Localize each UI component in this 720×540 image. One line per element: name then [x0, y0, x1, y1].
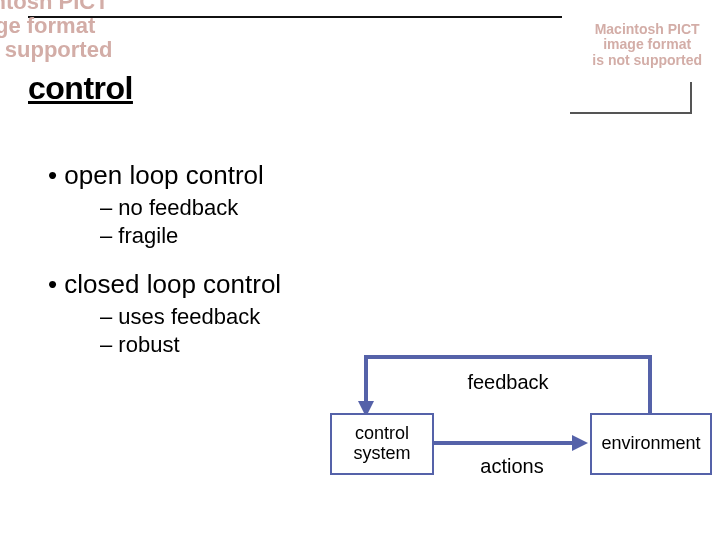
pict-warning-top-left: Macintosh PICT image format is not suppo…: [0, 0, 112, 63]
bullet-open-sub-2: fragile: [100, 223, 428, 249]
feedback-diagram: feedback control system environment acti…: [330, 365, 710, 525]
bullet-open-loop: open loop control: [48, 160, 428, 191]
actions-label: actions: [442, 455, 582, 478]
slide-title: control: [28, 70, 133, 107]
slide: Macintosh PICT image format is not suppo…: [0, 0, 720, 540]
environment-box: environment: [590, 413, 712, 475]
bullet-closed-sub-1: uses feedback: [100, 304, 428, 330]
bullet-closed-sub-2: robust: [100, 332, 428, 358]
bullet-closed-loop: closed loop control: [48, 269, 428, 300]
pict-warning-top-right: Macintosh PICT image format is not suppo…: [592, 22, 702, 68]
environment-text: environment: [601, 434, 700, 454]
svg-marker-2: [572, 435, 588, 451]
bullet-list: open loop control no feedback fragile cl…: [48, 160, 428, 360]
bullet-open-sub-1: no feedback: [100, 195, 428, 221]
header-box-edge: [570, 82, 692, 114]
control-system-box: control system: [330, 413, 434, 475]
feedback-label: feedback: [438, 371, 578, 394]
control-system-text: control system: [353, 424, 410, 464]
